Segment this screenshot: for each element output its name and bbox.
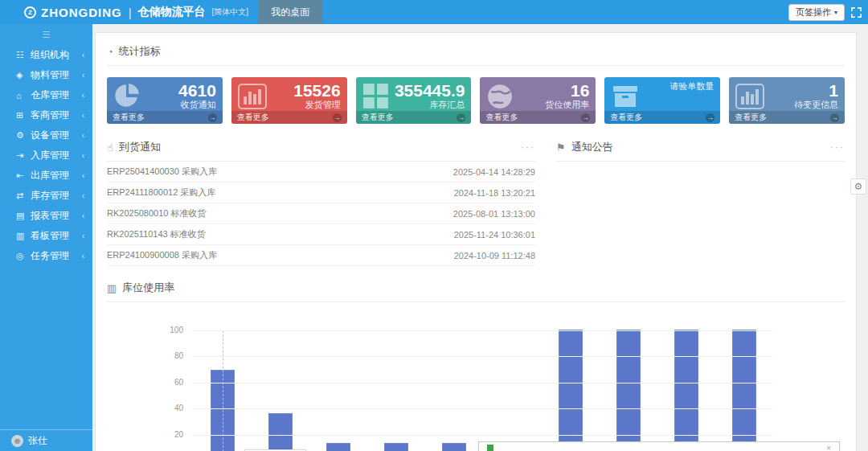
gridline xyxy=(194,383,773,383)
arrival-text: ERP24111800012 采购入库 xyxy=(107,187,215,199)
stat-cards: 4610 收货通知 查看更多 → 15526 发货管理 查看更多 → xyxy=(107,77,845,124)
close-icon[interactable]: × xyxy=(826,444,831,451)
arrow-circle-right-icon: → xyxy=(706,113,714,122)
org-icon: ☷ xyxy=(16,50,31,60)
stat-value: 15526 xyxy=(273,81,341,100)
brand-logo-icon: Z xyxy=(24,6,36,18)
chevron-collapse-icon: ‹ xyxy=(82,51,84,59)
avatar: ☻ xyxy=(11,435,23,447)
view-more-link[interactable]: 查看更多 → xyxy=(604,111,720,124)
globe-icon xyxy=(486,81,522,111)
sidebar-menu-item[interactable]: ⇥ 入库管理 ‹ xyxy=(0,146,92,166)
bottom-popup-bar[interactable]: × xyxy=(478,441,840,451)
report-icon: ▤ xyxy=(16,211,31,221)
tab-actions-button[interactable]: 页签操作 ▾ xyxy=(788,4,845,21)
sidebar-menu-item[interactable]: ⌂ 仓库管理 ‹ xyxy=(0,85,92,105)
outbound-icon: ⇤ xyxy=(16,170,31,181)
brand-name: ZHONGDING xyxy=(41,6,122,19)
usage-bar[interactable] xyxy=(559,330,583,451)
usage-bar[interactable] xyxy=(732,330,756,451)
y-axis-tick-label: 20 xyxy=(107,430,183,439)
arrival-row[interactable]: ERP25041400030 采购入库 2025-04-14 14:28:29 xyxy=(107,162,535,182)
chart-bars xyxy=(194,330,773,451)
user-name: 张仕 xyxy=(28,434,47,448)
chevron-collapse-icon: ‹ xyxy=(82,91,84,100)
stat-card[interactable]: 355445.9 库存汇总 查看更多 → xyxy=(356,77,472,124)
sidebar-menu-item[interactable]: ⊞ 客商管理 ‹ xyxy=(0,105,92,125)
view-more-link[interactable]: 查看更多 → xyxy=(729,111,845,124)
stat-card[interactable]: 4610 收货通知 查看更多 → xyxy=(107,77,223,124)
arrival-row[interactable]: RK2025110143 标准收货 2025-11-24 10:36:01 xyxy=(107,224,535,245)
stat-label: 收货通知 xyxy=(149,100,216,109)
stat-label: 货位使用率 xyxy=(522,100,589,109)
arrival-text: RK2025080010 标准收货 xyxy=(107,207,207,219)
arrival-list: ERP25041400030 采购入库 2025-04-14 14:28:29 … xyxy=(107,162,535,273)
stats-title: 统计指标 xyxy=(119,44,161,59)
usage-bar[interactable] xyxy=(442,443,466,451)
stat-label: 请验单数量 xyxy=(646,81,714,91)
sidebar-menu-item[interactable]: ⇄ 库存管理 ‹ xyxy=(0,186,92,206)
stat-card[interactable]: 16 货位使用率 查看更多 → xyxy=(480,77,596,124)
stat-value: 16 xyxy=(522,81,589,100)
chevron-collapse-icon: ‹ xyxy=(82,232,84,240)
arrival-text: ERP25041400030 采购入库 xyxy=(107,166,217,178)
view-more-link[interactable]: 查看更多 → xyxy=(356,111,472,124)
gridline xyxy=(194,408,773,409)
fullscreen-icon[interactable] xyxy=(851,7,862,18)
usage-bar[interactable] xyxy=(268,413,293,451)
sidebar-menu-item[interactable]: ⚙ 设备管理 ‹ xyxy=(0,125,92,146)
view-more-link[interactable]: 查看更多 → xyxy=(231,111,347,124)
sidebar-menu-item[interactable]: ◈ 物料管理 ‹ xyxy=(0,65,92,85)
usage-bar[interactable] xyxy=(326,443,350,451)
vendor-icon: ⊞ xyxy=(16,110,31,121)
sidebar-menu-item[interactable]: ◎ 任务管理 ‹ xyxy=(0,246,92,266)
stat-card[interactable]: 15526 发货管理 查看更多 → xyxy=(231,77,347,124)
usage-bar[interactable] xyxy=(616,330,641,451)
arrival-time: 2024-10-09 11:12:48 xyxy=(454,251,535,260)
sidebar-menu-item[interactable]: ▤ 报表管理 ‹ xyxy=(0,206,92,226)
stat-value: 355445.9 xyxy=(395,81,465,100)
locale-switch[interactable]: [简体中文] xyxy=(212,6,249,18)
arrow-circle-right-icon: → xyxy=(581,113,590,122)
stat-card[interactable]: 1 待变更信息 查看更多 → xyxy=(729,77,845,124)
arrow-circle-right-icon: → xyxy=(333,113,342,122)
grid-icon xyxy=(362,81,395,111)
sidebar-menu: ☷ 组织机构 ‹ ◈ 物料管理 ‹ ⌂ 仓库管理 ‹ ⊞ 客商管理 ‹ ⚙ 设备… xyxy=(0,45,92,266)
brand: Z ZHONGDING | 仓储物流平台 [简体中文] xyxy=(0,5,248,19)
chart-plot-area xyxy=(194,330,773,451)
arrivals-menu-dots[interactable]: ··· xyxy=(521,141,535,153)
dashboard-panel: ◔ 统计指标 4610 收货通知 查看更多 → 15526 发货管 xyxy=(95,32,857,451)
notice-list-empty xyxy=(556,162,845,273)
top-header: Z ZHONGDING | 仓储物流平台 [简体中文] 我的桌面 页签操作 ▾ xyxy=(0,0,868,24)
usage-bar[interactable] xyxy=(384,443,408,451)
notices-title: 通知公告 xyxy=(571,140,613,154)
arrival-text: RK2025110143 标准收货 xyxy=(107,228,206,240)
view-more-link[interactable]: 查看更多 → xyxy=(107,111,223,124)
tab-my-desktop[interactable]: 我的桌面 xyxy=(258,0,322,24)
brand-separator: | xyxy=(129,6,132,19)
arrival-row[interactable]: ERP24111800012 采购入库 2024-11-18 13:20:21 xyxy=(107,182,535,203)
usage-bar[interactable] xyxy=(674,330,698,451)
usage-chart: 托盘一物流 020406080100 xyxy=(107,302,845,451)
stat-value: 4610 xyxy=(149,81,216,100)
arrival-row[interactable]: ERP24100900008 采购入库 2024-10-09 11:12:48 xyxy=(107,245,535,266)
view-more-link[interactable]: 查看更多 → xyxy=(480,111,596,124)
stats-section-header: ◔ 统计指标 xyxy=(107,41,845,65)
sidebar-menu-item[interactable]: ▥ 看板管理 ‹ xyxy=(0,226,92,246)
sidebar: ☰ ☷ 组织机构 ‹ ◈ 物料管理 ‹ ⌂ 仓库管理 ‹ ⊞ 客商管理 ‹ ⚙ … xyxy=(0,24,92,451)
settings-gear-button[interactable]: ⚙ xyxy=(850,178,866,195)
arrival-row[interactable]: RK2025080010 标准收货 2025-08-01 13:13:00 xyxy=(107,203,535,224)
pie-chart-icon xyxy=(113,81,149,111)
axis-pointer-line xyxy=(223,330,223,451)
gridline xyxy=(194,435,773,436)
sidebar-menu-item[interactable]: ☷ 组织机构 ‹ xyxy=(0,45,92,65)
notices-menu-dots[interactable]: ··· xyxy=(830,141,845,153)
gridline xyxy=(194,330,773,331)
arrival-time: 2025-11-24 10:36:01 xyxy=(454,230,535,240)
sidebar-collapse-icon[interactable]: ☰ xyxy=(0,24,92,45)
sidebar-menu-item[interactable]: ⇤ 出库管理 ‹ xyxy=(0,166,92,186)
stat-card[interactable]: 请验单数量 查看更多 → xyxy=(604,77,720,124)
sidebar-user[interactable]: ☻ 张仕 xyxy=(0,429,92,451)
material-icon: ◈ xyxy=(16,70,31,80)
arrival-time: 2025-08-01 13:13:00 xyxy=(453,209,535,219)
